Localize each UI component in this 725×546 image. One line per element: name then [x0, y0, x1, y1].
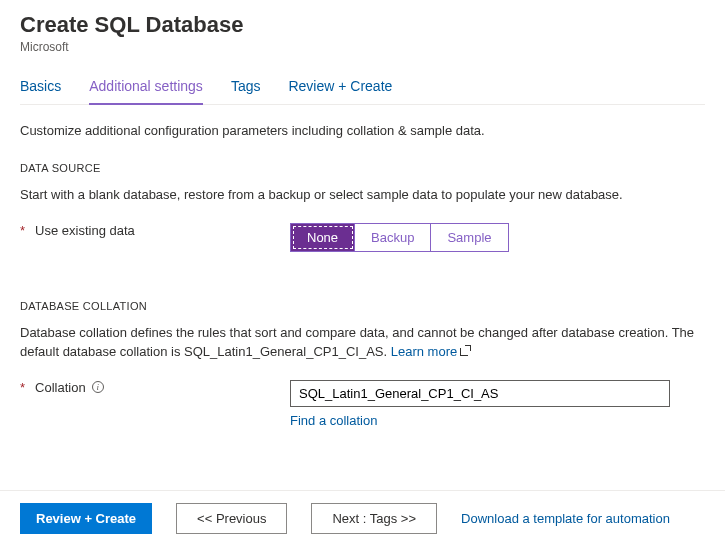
collation-label: Collation [35, 380, 86, 395]
next-button[interactable]: Next : Tags >> [311, 503, 437, 534]
collation-heading: DATABASE COLLATION [20, 300, 705, 312]
page-header: Create SQL Database Microsoft [20, 12, 705, 54]
tab-additional-settings[interactable]: Additional settings [89, 78, 203, 104]
option-backup[interactable]: Backup [355, 224, 431, 251]
tab-review-create[interactable]: Review + Create [288, 78, 392, 104]
tab-tags[interactable]: Tags [231, 78, 261, 104]
required-marker: * [20, 380, 25, 395]
use-existing-data-label: Use existing data [35, 223, 135, 238]
review-create-button[interactable]: Review + Create [20, 503, 152, 534]
collation-input[interactable] [290, 380, 670, 407]
info-icon[interactable]: i [92, 381, 104, 393]
footer-bar: Review + Create << Previous Next : Tags … [0, 490, 725, 546]
collation-row: * Collation i Find a collation [20, 380, 705, 428]
use-existing-data-row: * Use existing data None Backup Sample [20, 223, 705, 252]
data-source-heading: DATA SOURCE [20, 162, 705, 174]
collation-desc: Database collation defines the rules tha… [20, 324, 705, 362]
use-existing-data-selector: None Backup Sample [290, 223, 509, 252]
tab-basics[interactable]: Basics [20, 78, 61, 104]
find-collation-link[interactable]: Find a collation [290, 413, 377, 428]
external-link-icon [460, 346, 470, 356]
option-none[interactable]: None [291, 224, 355, 251]
intro-text: Customize additional configuration param… [20, 123, 705, 138]
required-marker: * [20, 223, 25, 238]
download-template-link[interactable]: Download a template for automation [461, 511, 670, 526]
previous-button[interactable]: << Previous [176, 503, 287, 534]
publisher-label: Microsoft [20, 40, 705, 54]
tab-bar: Basics Additional settings Tags Review +… [20, 78, 705, 105]
collation-desc-text: Database collation defines the rules tha… [20, 325, 694, 359]
page-title: Create SQL Database [20, 12, 705, 38]
option-sample[interactable]: Sample [431, 224, 507, 251]
data-source-desc: Start with a blank database, restore fro… [20, 186, 705, 205]
learn-more-link[interactable]: Learn more [391, 344, 470, 359]
